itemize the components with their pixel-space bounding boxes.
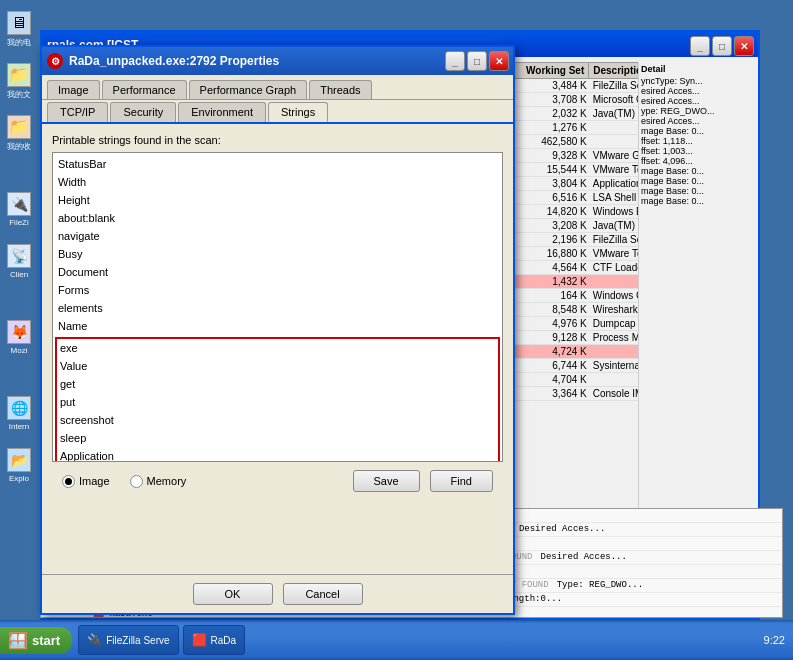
dialog-icon: ⚙ xyxy=(47,53,63,69)
detail-field: ffset: 1,003... xyxy=(641,146,756,156)
detail-field: ffset: 4,096... xyxy=(641,156,756,166)
sidebar-icon-mozi[interactable]: 🦊 Mozi xyxy=(3,313,35,361)
tab-strings[interactable]: Strings xyxy=(268,102,328,122)
list-item[interactable]: Name xyxy=(55,317,500,335)
taskbar-clock: 9:22 xyxy=(756,634,793,646)
list-item[interactable]: about:blank xyxy=(55,209,500,227)
tab-threads[interactable]: Threads xyxy=(309,80,371,99)
list-item-highlighted[interactable]: screenshot xyxy=(57,411,498,429)
detail-field: esired Acces... xyxy=(641,116,756,126)
dialog-footer: OK Cancel xyxy=(42,574,513,613)
detail-field: mage Base: 0... xyxy=(641,196,756,206)
list-item[interactable]: StatusBar xyxy=(55,155,500,173)
detail-field: esired Acces... xyxy=(641,86,756,96)
sidebar-icons: 🖥 我的电 📁 我的文 📁 我的收 🔌 FileZi 📡 Clien 🦊 Moz… xyxy=(0,0,38,560)
dialog-titlebar: ⚙ RaDa_unpacked.exe:2792 Properties _ □ … xyxy=(42,47,513,75)
bg-minimize-btn[interactable]: _ xyxy=(690,36,710,56)
sidebar-icon-filezilla[interactable]: 🔌 FileZi xyxy=(3,185,35,233)
start-button[interactable]: 🪟 start xyxy=(0,627,72,654)
tabs-row-2: TCP/IP Security Environment Strings xyxy=(42,102,513,124)
dialog-close-btn[interactable]: ✕ xyxy=(489,51,509,71)
strings-listbox[interactable]: StatusBar Width Height about:blank navig… xyxy=(52,152,503,462)
radio-memory-circle[interactable] xyxy=(130,475,143,488)
list-item-highlighted[interactable]: get xyxy=(57,375,498,393)
taskbar-item-rada[interactable]: 🟥 RaDa xyxy=(183,625,246,655)
cancel-button[interactable]: Cancel xyxy=(283,583,363,605)
taskbar: 🪟 start 🔌 FileZilla Serve 🟥 RaDa 9:22 xyxy=(0,620,793,660)
detail-field: ffset: 1,118... xyxy=(641,136,756,146)
save-button[interactable]: Save xyxy=(353,470,420,492)
sidebar-icon-3[interactable]: 📁 我的收 xyxy=(3,109,35,157)
radio-image-label: Image xyxy=(79,475,110,487)
taskbar-item-label: RaDa xyxy=(211,635,237,646)
list-item-highlighted[interactable]: exe xyxy=(57,339,498,357)
sidebar-icon-client[interactable]: 📡 Clien xyxy=(3,237,35,285)
bottom-area: Image Memory Save Find xyxy=(52,462,503,510)
list-item[interactable]: navigate xyxy=(55,227,500,245)
list-item[interactable]: Forms xyxy=(55,281,500,299)
list-item-highlighted[interactable]: Value xyxy=(57,357,498,375)
list-item[interactable]: Width xyxy=(55,173,500,191)
list-item[interactable]: Height xyxy=(55,191,500,209)
tab-security[interactable]: Security xyxy=(110,102,176,122)
detail-field: mage Base: 0... xyxy=(641,186,756,196)
tab-performance[interactable]: Performance xyxy=(102,80,187,99)
dialog-content: Printable strings found in the scan: Sta… xyxy=(42,124,513,590)
taskbar-item-filezilla[interactable]: 🔌 FileZilla Serve xyxy=(78,625,178,655)
find-button[interactable]: Find xyxy=(430,470,493,492)
radio-memory-label: Memory xyxy=(147,475,187,487)
radio-row: Image Memory Save Find xyxy=(62,470,493,492)
radio-memory[interactable]: Memory xyxy=(130,475,187,488)
tab-environment[interactable]: Environment xyxy=(178,102,266,122)
tab-tcpip[interactable]: TCP/IP xyxy=(47,102,108,122)
tabs-row-1: Image Performance Performance Graph Thre… xyxy=(42,75,513,100)
taskbar-item-label: FileZilla Serve xyxy=(106,635,169,646)
list-item-highlighted[interactable]: sleep xyxy=(57,429,498,447)
list-item-highlighted[interactable]: put xyxy=(57,393,498,411)
detail-field: mage Base: 0... xyxy=(641,176,756,186)
properties-dialog: ⚙ RaDa_unpacked.exe:2792 Properties _ □ … xyxy=(40,45,515,615)
desktop: 🖥 我的电 📁 我的文 📁 我的收 🔌 FileZi 📡 Clien 🦊 Moz… xyxy=(0,0,793,660)
radio-image[interactable]: Image xyxy=(62,475,110,488)
detail-field: ype: REG_DWO... xyxy=(641,106,756,116)
dialog-minimize-btn[interactable]: _ xyxy=(445,51,465,71)
list-item[interactable]: elements xyxy=(55,299,500,317)
list-item[interactable]: Document xyxy=(55,263,500,281)
detail-field: esired Acces... xyxy=(641,96,756,106)
bg-close-btn[interactable]: ✕ xyxy=(734,36,754,56)
detail-field: yncType: Syn... xyxy=(641,76,756,86)
start-label: start xyxy=(32,633,60,648)
radio-image-circle[interactable] xyxy=(62,475,75,488)
content-label: Printable strings found in the scan: xyxy=(52,134,503,146)
detail-field: mage Base: 0... xyxy=(641,126,756,136)
sidebar-icon-1[interactable]: 🖥 我的电 xyxy=(3,5,35,53)
dialog-title: RaDa_unpacked.exe:2792 Properties xyxy=(69,54,279,68)
sidebar-icon-ie[interactable]: 🌐 Intern xyxy=(3,389,35,437)
sidebar-icon-2[interactable]: 📁 我的文 xyxy=(3,57,35,105)
tab-performance-graph[interactable]: Performance Graph xyxy=(189,80,308,99)
action-buttons: Save Find xyxy=(353,470,493,492)
sidebar-icon-explorer[interactable]: 📂 Explo xyxy=(3,441,35,489)
bg-maximize-btn[interactable]: □ xyxy=(712,36,732,56)
list-item-highlighted[interactable]: Application xyxy=(57,447,498,462)
dialog-maximize-btn[interactable]: □ xyxy=(467,51,487,71)
list-item[interactable]: Busy xyxy=(55,245,500,263)
detail-label: Detail xyxy=(641,64,756,74)
detail-field: mage Base: 0... xyxy=(641,166,756,176)
highlighted-group: exe Value get put screenshot sleep Appli… xyxy=(55,337,500,462)
ok-button[interactable]: OK xyxy=(193,583,273,605)
tab-image[interactable]: Image xyxy=(47,80,100,99)
